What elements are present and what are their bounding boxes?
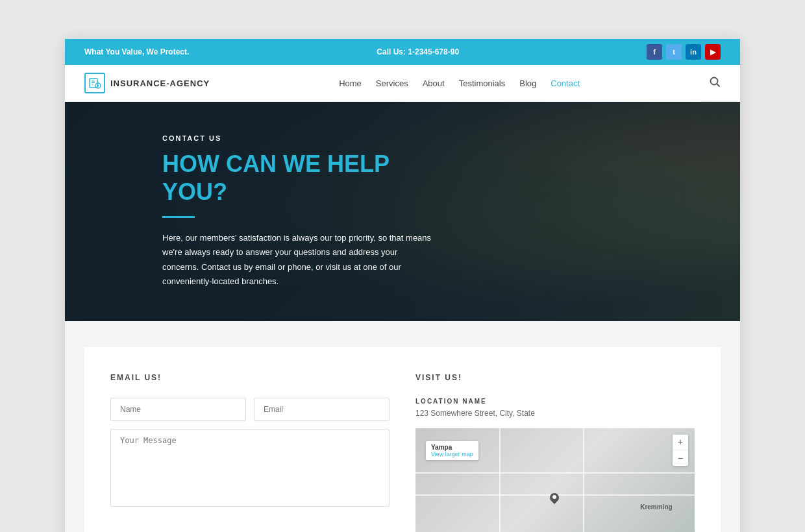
top-bar: What You Value, We Protect. Call Us: 1-2… <box>65 39 740 65</box>
map-container: Yampa Kremming Yampa View larger map + − <box>415 428 695 532</box>
facebook-icon[interactable]: f <box>647 44 662 60</box>
map-background: Yampa Kremming Yampa View larger map + − <box>415 428 695 532</box>
email-section-title: EMAIL US! <box>110 373 390 382</box>
hero-label: CONTACT US <box>162 134 435 142</box>
content-inner: EMAIL US! VISIT US! LOCATION NAME 123 So… <box>84 347 721 532</box>
map-popup: Yampa View larger map <box>426 441 478 460</box>
form-name-email-row <box>110 398 390 421</box>
visit-section-title: VISIT US! <box>415 373 695 382</box>
map-view-larger[interactable]: View larger map <box>431 451 473 457</box>
nav-blog[interactable]: Blog <box>519 79 536 88</box>
twitter-icon[interactable]: t <box>666 44 682 60</box>
nav-bar: INSURANCE-AGENCY Home Services About Tes… <box>65 65 740 102</box>
location-address: 123 Somewhere Street, City, State <box>415 409 695 418</box>
phone: Call Us: 1-2345-678-90 <box>377 47 459 56</box>
search-icon[interactable] <box>709 76 721 90</box>
email-section: EMAIL US! <box>110 373 390 532</box>
map-road <box>415 472 695 474</box>
logo-icon <box>84 73 105 93</box>
hero-title: HOW CAN WE HELP YOU? <box>162 150 435 206</box>
linkedin-icon[interactable]: in <box>686 44 701 60</box>
svg-line-8 <box>717 84 719 87</box>
youtube-icon[interactable]: ▶ <box>705 44 721 60</box>
page-wrapper: What You Value, We Protect. Call Us: 1-2… <box>65 39 740 532</box>
nav-services[interactable]: Services <box>376 79 408 88</box>
map-pin <box>549 493 560 506</box>
map-zoom-controls: + − <box>673 435 688 466</box>
hero-section: CONTACT US HOW CAN WE HELP YOU? Here, ou… <box>65 102 740 321</box>
location-name-label: LOCATION NAME <box>415 398 695 405</box>
logo-text: INSURANCE-AGENCY <box>110 79 210 88</box>
nav-testimonials[interactable]: Testimonials <box>459 79 506 88</box>
map-town-kremming: Kremming <box>640 503 672 511</box>
nav-about[interactable]: About <box>423 79 445 88</box>
tagline: What You Value, We Protect. <box>84 47 189 56</box>
map-popup-town: Yampa <box>431 444 473 451</box>
logo[interactable]: INSURANCE-AGENCY <box>84 73 210 93</box>
name-input[interactable] <box>110 398 246 421</box>
hero-description: Here, our members' satisfaction is alway… <box>162 231 435 288</box>
visit-section: VISIT US! LOCATION NAME 123 Somewhere St… <box>415 373 695 532</box>
social-links: f t in ▶ <box>647 44 721 60</box>
hero-divider <box>162 216 195 218</box>
message-textarea[interactable] <box>110 429 390 507</box>
map-zoom-out[interactable]: − <box>673 450 688 466</box>
nav-contact[interactable]: Contact <box>551 79 580 88</box>
nav-links: Home Services About Testimonials Blog Co… <box>339 77 580 89</box>
map-road <box>499 428 501 532</box>
svg-point-7 <box>710 78 717 85</box>
content-section: EMAIL US! VISIT US! LOCATION NAME 123 So… <box>65 321 740 532</box>
map-road <box>583 428 584 532</box>
nav-home[interactable]: Home <box>339 79 362 88</box>
map-zoom-in[interactable]: + <box>673 435 688 450</box>
hero-content: CONTACT US HOW CAN WE HELP YOU? Here, ou… <box>65 102 454 321</box>
email-input[interactable] <box>254 398 390 421</box>
